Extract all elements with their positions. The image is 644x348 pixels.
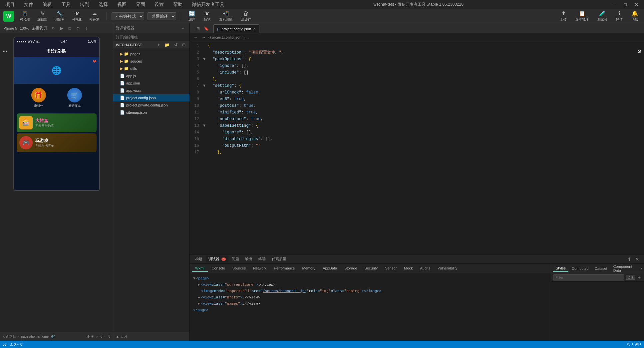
compile-select[interactable]: 普通编译 (148, 12, 176, 20)
folder-utils[interactable]: ▶ 📁 utils (113, 65, 189, 72)
file-project-config[interactable]: 📄 project.config.json (113, 94, 189, 101)
upload-button[interactable]: ⬆ 上传 (557, 9, 569, 23)
explorer-more-icon[interactable]: ··· (181, 26, 187, 31)
compile-button[interactable]: 🔄 编译 (186, 9, 198, 23)
simulator-toolbar-icon5[interactable]: ↕ (84, 26, 89, 31)
outline-label[interactable]: ▲ 大纲 (116, 334, 127, 339)
file-sitemap[interactable]: 📄 sitemap.json (113, 109, 189, 116)
devtools-tab-code-quality[interactable]: 代码质量 (269, 256, 289, 262)
devtools-expand-icon[interactable]: ⬆ (627, 257, 631, 262)
simulator-toolbar-icon3[interactable]: □ (67, 26, 72, 31)
simulator-button[interactable]: 📱 模拟器 (17, 9, 33, 23)
statusbar-position: 行 1, 列 1 (627, 342, 641, 347)
real-test-icon: 📲 (222, 10, 229, 17)
styles-tab-styles[interactable]: Styles (553, 265, 568, 272)
devtools-sub-tab-wxml[interactable]: Wxml (192, 265, 208, 272)
devtools-sub-tab-mock[interactable]: Mock (401, 265, 416, 272)
styles-more-icon[interactable]: › (641, 266, 642, 271)
phone-banner3[interactable]: 🎮 玩游戏 几时东 省官单 (17, 133, 97, 152)
devtools-close-button[interactable]: ⬆ ✕ (625, 256, 641, 262)
refresh-icon[interactable]: ↺ (173, 42, 179, 48)
mode-select[interactable]: 小程序模式 (112, 12, 144, 20)
menu-item-project[interactable]: 项目 (3, 1, 17, 8)
styles-tab-dataset[interactable]: Dataset (592, 265, 610, 271)
menu-item-settings[interactable]: 设置 (153, 1, 166, 8)
preview-button[interactable]: 👁 预览 (201, 9, 213, 23)
tab-close-icon[interactable]: ✕ (253, 27, 256, 31)
editor-tab-project-config[interactable]: {} project.config.json ✕ (213, 24, 259, 33)
devtools-sub-tab-storage[interactable]: Storage (341, 265, 361, 272)
menu-item-file[interactable]: 文件 (22, 1, 35, 8)
devtools-tab-terminal[interactable]: 终端 (256, 256, 268, 262)
devtools-tab-build[interactable]: 构建 (192, 256, 205, 262)
styles-tab-component-data[interactable]: Component Data (611, 264, 640, 273)
hotreload-label[interactable]: 热重载 开 (32, 26, 48, 31)
devtools-sub-tab-performance[interactable]: Performance (271, 265, 298, 272)
cloud-button[interactable]: ☁ 云开发 (87, 9, 102, 23)
menu-item-wechat[interactable]: 微信开发者工具 (190, 1, 226, 8)
devtools-tab-debugger[interactable]: 调试器 3 (206, 256, 228, 262)
phone-content[interactable]: 🌐 ❤ 🎁 赚积分 🛒 积分商城 🎰 (14, 57, 99, 190)
menu-item-interface[interactable]: 界面 (134, 1, 147, 8)
folder-pages[interactable]: ▶ 📁 pages (113, 50, 189, 58)
code-line-7: 7 ▼ "setting": { (190, 83, 644, 89)
file-project-private-config[interactable]: 📄 project.private.config.json (113, 101, 189, 109)
new-folder-icon[interactable]: 📁 (163, 42, 171, 48)
breadcrumb-forward-icon[interactable]: → (200, 35, 207, 40)
devtools-sub-tab-memory[interactable]: Memory (299, 265, 319, 272)
devtools-close-icon[interactable]: ✕ (635, 257, 639, 262)
phone-icon-mall[interactable]: 🛒 积分商城 (67, 88, 82, 108)
file-appjs[interactable]: 📄 app.js (113, 72, 189, 80)
minimize-button[interactable]: ─ (611, 1, 618, 8)
devtools-tab-problem[interactable]: 问题 (229, 256, 242, 262)
styles-filter-input[interactable] (553, 274, 624, 280)
code-editor[interactable]: 1 { 2 "description": "项目配置文件。", 3 ▼ "pac… (190, 41, 644, 254)
new-file-icon[interactable]: + (156, 42, 161, 48)
menu-item-select[interactable]: 选择 (97, 1, 110, 8)
simulator-toolbar-icon4[interactable]: ⚙ (75, 26, 81, 31)
visual-button[interactable]: 👁 可视化 (69, 9, 85, 23)
clear-button[interactable]: 🗑 清缓存 (238, 9, 254, 23)
test-button[interactable]: 🧪 测试号 (595, 9, 610, 23)
devtools-sub-tab-audits[interactable]: Audits (417, 265, 434, 272)
devtools-sub-tab-appdata[interactable]: AppData (319, 265, 340, 272)
devtools-sub-tab-sensor[interactable]: Sensor (382, 265, 400, 272)
devtools-sub-tab-console[interactable]: Console (208, 265, 228, 272)
devtools-sub-tab-sources[interactable]: Sources (229, 265, 249, 272)
phone-banner2[interactable]: 🎰 大转盘 迎春风 转惊喜 (17, 113, 97, 132)
folder-souces[interactable]: ▶ 📁 souces (113, 58, 189, 65)
real-test-button[interactable]: 📲 真机调试 (216, 9, 235, 23)
version-button[interactable]: 📋 版本管理 (573, 9, 591, 23)
styles-tab-computed[interactable]: Computed (569, 265, 591, 271)
devtools-tab-output[interactable]: 输出 (242, 256, 255, 262)
cls-button[interactable]: .cls (626, 275, 635, 280)
simulator-toolbar-icon1[interactable]: ↺ (50, 26, 56, 31)
menu-item-goto[interactable]: 转到 (78, 1, 91, 8)
editor-button[interactable]: ✎ 编辑器 (35, 9, 50, 23)
split-icon[interactable]: ⊞ (195, 26, 201, 31)
menu-item-view[interactable]: 视图 (115, 1, 129, 8)
file-appwxss[interactable]: 📄 app.wxss (113, 87, 189, 94)
devtools-sub-tab-vulnerability[interactable]: Vulnerability (434, 265, 461, 272)
phone-icon-earn[interactable]: 🎁 赚积分 (31, 88, 46, 108)
menu-item-edit[interactable]: 编辑 (41, 1, 54, 8)
file-appjson[interactable]: 📄 app.json (113, 80, 189, 87)
bookmark-icon[interactable]: 🔖 (202, 26, 210, 31)
menu-item-tool[interactable]: 工具 (59, 1, 73, 8)
path-link-icon[interactable]: 🔗 (51, 335, 55, 338)
devtools-sub-tab-network[interactable]: Network (250, 265, 270, 272)
phone-banner3-sub: 几时东 省官单 (35, 144, 54, 148)
message-button[interactable]: 🔔 消息 (629, 9, 641, 23)
simulator-toolbar-icon2[interactable]: ▶ (59, 26, 65, 31)
add-style-button[interactable]: + (637, 275, 642, 280)
open-recent-item[interactable]: 打开始始组组 (113, 33, 189, 41)
detail-button[interactable]: ℹ 详情 (613, 9, 625, 23)
breadcrumb-back-icon[interactable]: ← (192, 35, 199, 40)
collapse-icon[interactable]: ⊟ (181, 42, 187, 48)
devtools-sub-tab-security[interactable]: Security (361, 265, 381, 272)
wxml-line-5: ▶ <view class="games" > …</view> (193, 301, 547, 307)
menu-item-help[interactable]: 帮助 (171, 1, 184, 8)
maximize-button[interactable]: □ (622, 1, 629, 8)
debugger-button[interactable]: 🔧 调试器 (52, 9, 67, 23)
close-button[interactable]: ✕ (633, 1, 641, 8)
